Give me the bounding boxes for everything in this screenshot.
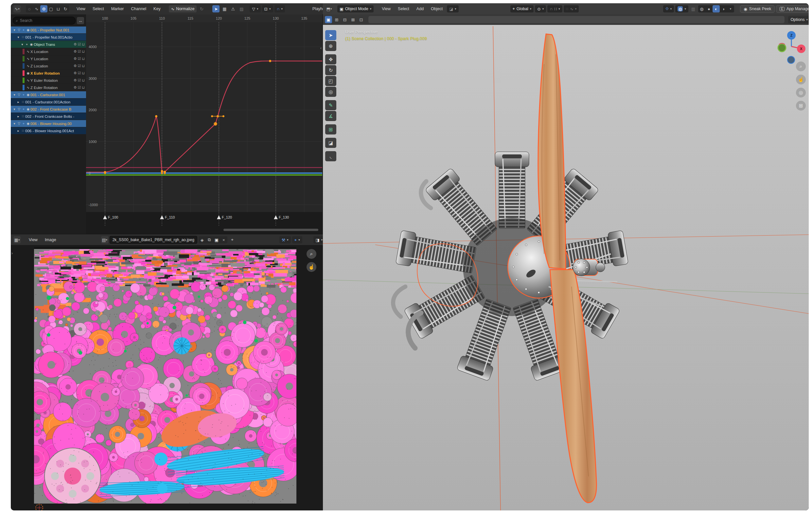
snap-group[interactable]: ∩ ∷▾	[547, 5, 562, 12]
eye-icon[interactable]: ◉	[26, 71, 30, 75]
viewport-camera-button[interactable]: ◎	[796, 88, 806, 97]
close-icon[interactable]: ×	[220, 236, 227, 243]
eye-icon[interactable]: ◉	[26, 107, 30, 111]
extra-tool-2[interactable]: ◟	[325, 151, 336, 161]
menu-view[interactable]: View	[379, 5, 394, 12]
image-tools-popover[interactable]: ⚒▾	[280, 236, 291, 243]
shading-rendered-icon[interactable]: ◑	[720, 5, 727, 12]
warning-icon[interactable]: ⚠	[229, 5, 236, 12]
normalize-toggle[interactable]: ∿ Normalize	[169, 5, 197, 12]
transform-tool[interactable]: ◎	[325, 87, 336, 97]
wrench-icon[interactable]: ⚙	[40, 5, 48, 12]
menu-channel[interactable]: Channel	[128, 5, 149, 12]
select-extend-icon[interactable]: ⊞	[333, 16, 340, 23]
mute-checkbox[interactable]: ☑	[78, 78, 81, 82]
modifier-wrench-icon[interactable]: ⚙	[74, 85, 77, 90]
browse-image-icon[interactable]: ▤▾	[101, 236, 108, 243]
rotate-tool[interactable]: ↻	[325, 65, 336, 75]
sneak-peek-button[interactable]: ◉ Sneak Peek	[740, 5, 775, 13]
snap-with-icon[interactable]: ∷	[554, 6, 557, 11]
add-cube-tool[interactable]: ⊞	[325, 124, 336, 135]
editor-type-image-button[interactable]: ▦▾	[13, 236, 21, 243]
funnel-icon[interactable]: ▽	[17, 28, 21, 32]
shading-dropdown-icon[interactable]: ▾	[727, 5, 734, 12]
menu-view[interactable]: View	[74, 5, 88, 12]
mute-checkbox[interactable]: ☑	[78, 42, 81, 47]
select-box-tool[interactable]: ➤	[325, 30, 336, 40]
mute-checkbox[interactable]: ☑	[78, 57, 81, 61]
menu-marker[interactable]: Marker	[108, 5, 127, 12]
cursor-tool[interactable]: ⊕	[325, 41, 336, 51]
funnel-icon[interactable]: ▽	[17, 93, 21, 96]
cage-icon[interactable]: ▦	[221, 5, 228, 12]
app-manager-button[interactable]: E App Manager	[776, 5, 809, 13]
fcurve-icon[interactable]: ∿	[26, 86, 30, 89]
eye-icon[interactable]: ◉	[26, 28, 30, 32]
menu-object[interactable]: Object	[428, 5, 445, 12]
pin-icon[interactable]: ⌖	[229, 236, 236, 243]
pointer-icon[interactable]: ➤	[212, 5, 220, 12]
mute-checkbox[interactable]: ☑	[78, 85, 81, 90]
modifier-wrench-icon[interactable]: ⚙	[74, 49, 77, 54]
channel-row-object[interactable]: ▾▽⌖◉002 - Front Crankcase B	[11, 106, 86, 113]
box-icon[interactable]: ▢	[48, 5, 55, 12]
funnel-icon[interactable]: ▽	[17, 107, 21, 111]
menu-view[interactable]: View	[26, 236, 40, 243]
select-invert-icon[interactable]: ⊠	[349, 16, 357, 23]
unlock-icon[interactable]: ⊔	[82, 71, 85, 75]
eye-icon[interactable]: ◉	[26, 122, 30, 125]
unlock-icon[interactable]: ⊔	[82, 64, 85, 68]
mute-checkbox[interactable]: ☑	[78, 71, 81, 75]
modifier-wrench-icon[interactable]: ⚙	[74, 64, 77, 68]
mode-dropdown[interactable]: ▣ Object Mode▾	[337, 5, 374, 12]
pin-icon[interactable]: ⌖	[21, 107, 26, 111]
image-overlay-icon[interactable]: ▨	[238, 5, 245, 12]
options-dropdown[interactable]: Options▾	[788, 16, 809, 23]
select-subtract-icon[interactable]: ⊟	[341, 16, 348, 23]
pivot-dropdown[interactable]: ⊙▾	[535, 5, 546, 12]
menu-select[interactable]: Select	[90, 5, 107, 12]
orientation-dropdown[interactable]: ⌖ Global▾	[510, 5, 534, 12]
display-channels-popover[interactable]: ●▾	[292, 236, 302, 243]
image-name-field[interactable]: 2k_SS00_bake_Bake1_PBR_met_rgh_ao.jpeg	[110, 236, 197, 244]
pin-icon[interactable]: ⌖	[21, 122, 26, 126]
xray-toggle-icon[interactable]: ▥	[690, 5, 697, 12]
curve-icon[interactable]: ∿	[33, 5, 40, 12]
proportional-edit-dropdown[interactable]: ◌ ∿▾	[564, 5, 579, 12]
fcurve-icon[interactable]: ∿	[26, 79, 30, 82]
extra-tool-1[interactable]: ◪	[325, 138, 336, 148]
magnet-icon[interactable]: ∩	[550, 6, 553, 11]
unlock-icon[interactable]: ⊔	[82, 57, 85, 61]
menu-key[interactable]: Key	[150, 5, 164, 12]
unlock-icon[interactable]: ⊔	[82, 78, 85, 82]
modifier-wrench-icon[interactable]: ⚙	[74, 42, 77, 47]
snap-popover[interactable]: ∩▾	[274, 5, 285, 12]
modifier-wrench-icon[interactable]: ⚙	[74, 71, 77, 75]
channel-row-object[interactable]: ▾▽⌖◉001 - Carburator.001	[11, 91, 86, 98]
editor-type-3d-button[interactable]: ⬒▾	[325, 5, 333, 12]
refresh-icon[interactable]: ↻	[62, 5, 69, 12]
modifier-wrench-icon[interactable]: ⚙	[74, 57, 77, 61]
unlock-icon[interactable]: ⊔	[82, 85, 85, 90]
fcurve-icon[interactable]: ∿	[26, 64, 30, 68]
expand-panel-icon[interactable]: ↔	[77, 17, 84, 24]
unlock-icon[interactable]: ⊔	[82, 49, 85, 54]
annotate-tool[interactable]: ✎	[325, 100, 336, 110]
shading-material-icon[interactable]: ◐	[713, 5, 720, 12]
pin-icon[interactable]: ⌖	[21, 28, 26, 32]
viewport-ortho-button[interactable]: ⊞	[796, 101, 806, 111]
channel-row-fcurve[interactable]: ∿Y Location⚙☑⊔	[11, 55, 86, 62]
channel-row-object[interactable]: ▾▽⌖◉001 - Propeller Nut.001	[11, 27, 86, 33]
search-input[interactable]: ⌕ Search	[13, 17, 76, 25]
pivot-popover[interactable]: ⊡▾	[262, 5, 273, 12]
funnel-icon[interactable]: ▽	[17, 122, 21, 125]
viewport-pan-button[interactable]: ☝	[796, 75, 806, 84]
modifier-wrench-icon[interactable]: ⚙	[74, 78, 77, 82]
menu-add[interactable]: Add	[413, 5, 427, 12]
eye-icon[interactable]: ◉	[26, 93, 30, 96]
unlock-icon[interactable]: ⊔	[82, 42, 85, 47]
channel-row-object[interactable]: ▾▽⌖◉006 - Blower Housing.00	[11, 120, 86, 127]
shading-solid-icon[interactable]: ●	[705, 5, 713, 12]
channel-row-action[interactable]: ▸∷002 - Front Crankcase Bolts -	[11, 113, 86, 120]
shading-wireframe-icon[interactable]: ◍	[698, 5, 705, 12]
